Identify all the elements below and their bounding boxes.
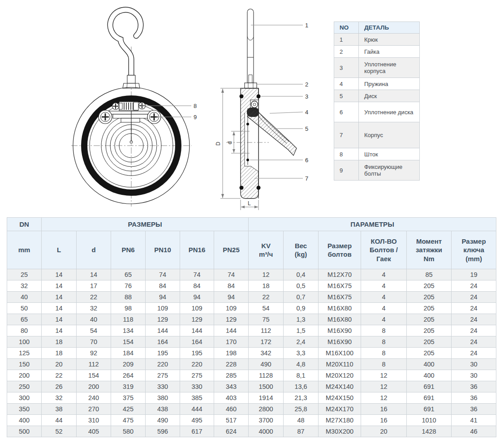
table-cell: 40 xyxy=(7,292,42,303)
table-cell: 275 xyxy=(180,370,214,381)
callout-1: 1 xyxy=(305,22,308,29)
table-cell: 330 xyxy=(146,381,180,392)
table-row: 30032240375380385403191421,3M24X15012691… xyxy=(7,392,496,404)
table-cell: 22 xyxy=(42,370,77,381)
table-cell: 18 xyxy=(249,280,284,292)
table-row: 40142288949494220,7M16X75420524 xyxy=(7,292,496,303)
hook-side xyxy=(247,9,254,83)
table-cell: 495 xyxy=(180,415,214,426)
column-header: Размер ключа (mm) xyxy=(452,231,496,269)
table-cell: 30 xyxy=(452,359,496,370)
spring-front xyxy=(119,102,138,111)
table-cell: 0,4 xyxy=(284,269,319,280)
table-cell: 134 xyxy=(111,325,146,336)
group-header-razmery: РАЗМЕРЫ xyxy=(42,218,249,231)
table-cell: 154 xyxy=(77,370,111,381)
table-cell: M24X170 xyxy=(319,404,361,415)
table-cell: 150 xyxy=(7,359,42,370)
parts-list-table: NO ДЕТАЛЬ 1Крюк2Гайка3Уплотнение корпуса… xyxy=(334,22,420,181)
table-cell: 385 xyxy=(180,392,214,404)
table-cell: 0,9 xyxy=(284,303,319,314)
table-cell: 8 xyxy=(361,348,407,359)
table-cell: 5 xyxy=(334,90,359,102)
table-cell: 184 xyxy=(111,348,146,359)
table-cell: 40 xyxy=(77,314,111,325)
table-cell: 84 xyxy=(214,280,249,292)
table-row: 8Шток xyxy=(334,148,420,160)
table-cell: 46 xyxy=(452,426,496,437)
table-cell: 16 xyxy=(361,404,407,415)
table-cell: 20 xyxy=(42,359,77,370)
table-cell: M16X75 xyxy=(319,292,361,303)
table-cell: 164 xyxy=(146,336,180,348)
table-cell: 596 xyxy=(146,426,180,437)
table-cell: 84 xyxy=(146,280,180,292)
table-cell: 14 xyxy=(42,280,77,292)
table-cell: 18 xyxy=(42,336,77,348)
table-cell: 2800 xyxy=(249,404,284,415)
table-cell: Крюк xyxy=(359,34,420,46)
table-cell: 691 xyxy=(407,392,452,404)
table-cell: 2 xyxy=(334,46,359,58)
table-cell: 1914 xyxy=(249,392,284,404)
table-cell: 8 xyxy=(361,359,407,370)
table-cell: 8 xyxy=(361,336,407,348)
table-cell: 24 xyxy=(452,280,496,292)
table-cell: 205 xyxy=(407,348,452,359)
callout-4: 4 xyxy=(305,109,308,116)
table-cell: 1,3 xyxy=(284,314,319,325)
table-cell: 25 xyxy=(7,269,42,280)
column-header: L xyxy=(42,231,77,269)
table-cell: 125 xyxy=(7,348,42,359)
table-cell: 38 xyxy=(42,404,77,415)
table-row: 50143298109109109540,9M16X80420524 xyxy=(7,303,496,314)
valve-drawings: 8 9 xyxy=(0,0,332,215)
table-row: 2002215426427527528511288,1M20X120124003… xyxy=(7,370,496,381)
table-cell: 1010 xyxy=(407,415,452,426)
group-header-row: DN РАЗМЕРЫ ПАРАМЕТРЫ xyxy=(7,218,496,231)
table-cell: 16 xyxy=(361,415,407,426)
table-cell: 205 xyxy=(407,280,452,292)
table-cell: 14 xyxy=(42,269,77,280)
table-cell: 22 xyxy=(249,292,284,303)
table-cell: 624 xyxy=(214,426,249,437)
table-cell: 80 xyxy=(7,325,42,336)
table-cell: 3,3 xyxy=(284,348,319,359)
table-cell: 350 xyxy=(7,404,42,415)
table-cell: M20X110 xyxy=(319,359,361,370)
table-row: 40044310475490495517370048M27X1801610104… xyxy=(7,415,496,426)
table-cell: 200 xyxy=(7,370,42,381)
table-cell: 380 xyxy=(146,392,180,404)
table-cell: 1128 xyxy=(249,370,284,381)
table-cell: 87 xyxy=(284,426,319,437)
table-cell: 1 xyxy=(334,34,359,46)
table-cell: 14 xyxy=(42,325,77,336)
table-cell: 14 xyxy=(42,303,77,314)
dimensions-table: DN РАЗМЕРЫ ПАРАМЕТРЫ mmLdPN6PN10PN16PN25… xyxy=(7,217,496,437)
table-row: 150201122092202202284904,8M20X110840030 xyxy=(7,359,496,370)
table-cell: 270 xyxy=(77,404,111,415)
table-cell: 3700 xyxy=(249,415,284,426)
table-cell: 1,5 xyxy=(284,325,319,336)
table-cell: 209 xyxy=(111,359,146,370)
table-cell: 405 xyxy=(77,426,111,437)
table-cell: 48 xyxy=(284,415,319,426)
table-cell: 342 xyxy=(249,348,284,359)
table-cell: 74 xyxy=(180,269,214,280)
table-cell: M16X100 xyxy=(319,348,361,359)
table-cell: 220 xyxy=(146,359,180,370)
table-cell: Уплотнение диска xyxy=(359,102,420,122)
table-cell: 400 xyxy=(407,370,452,381)
table-cell: 1500 xyxy=(249,381,284,392)
table-cell: Пружина xyxy=(359,78,420,90)
table-cell: 17 xyxy=(77,280,111,292)
table-cell: 74 xyxy=(146,269,180,280)
table-cell: 85 xyxy=(407,269,452,280)
table-cell: 70 xyxy=(77,336,111,348)
table-row: 651440118129129129751,3M16X80420524 xyxy=(7,314,496,325)
table-cell: 21,3 xyxy=(284,392,319,404)
table-cell: 12 xyxy=(361,370,407,381)
dim-label-L: L xyxy=(248,200,251,207)
table-cell: 144 xyxy=(214,325,249,336)
table-cell: 172 xyxy=(249,336,284,348)
